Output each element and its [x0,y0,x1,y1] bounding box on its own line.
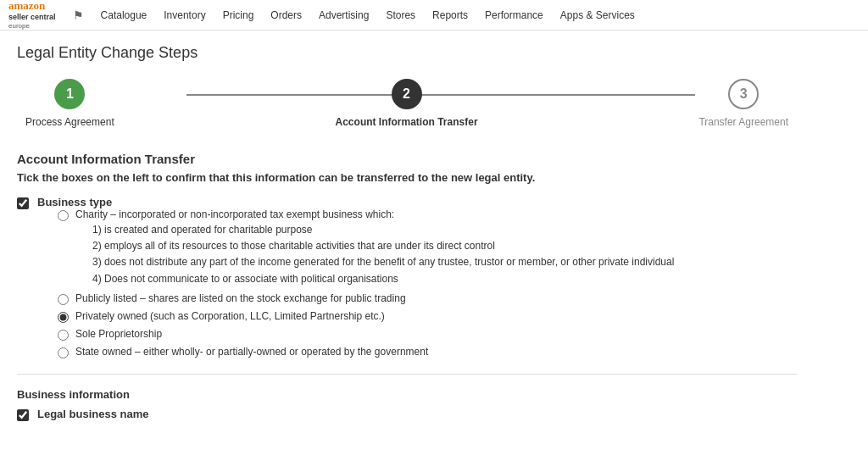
radio-group: Charity – incorporated or non-incorporat… [58,208,674,358]
step-3-label: Transfer Agreement [698,116,788,128]
section-instruction: Tick the boxes on the left to confirm th… [17,171,797,184]
business-type-checkbox[interactable] [17,197,29,209]
charity-sub-1: 1) is created and operated for charitabl… [92,222,674,238]
page-title: Legal Entity Change Steps [17,44,797,62]
flag-icon: ⚑ [73,8,84,22]
logo-seller-central: seller central [8,13,56,21]
step-1-label: Process Agreement [25,116,114,128]
radio-sole-proprietorship-input[interactable] [58,330,69,341]
radio-state-owned-input[interactable] [58,347,69,358]
nav-apps-services[interactable]: Apps & Services [552,0,643,31]
legal-business-name-checkbox[interactable] [17,409,29,421]
radio-state-owned: State owned – either wholly- or partiall… [58,346,674,358]
business-type-content: Business type Charity – incorporated or … [37,196,674,364]
business-type-label: Business type [37,196,674,208]
nav-catalogue[interactable]: Catalogue [92,0,156,31]
radio-privately-owned: Privately owned (such as Corporation, LL… [58,310,674,323]
business-type-row: Business type Charity – incorporated or … [17,196,797,364]
nav-inventory[interactable]: Inventory [155,0,214,31]
account-info-section: Account Information Transfer Tick the bo… [17,152,797,421]
charity-sub-4: 4) Does not communicate to or associate … [92,271,674,287]
legal-business-name-row: Legal business name [17,408,797,421]
legal-business-name-label: Legal business name [37,408,149,420]
main-nav: Catalogue Inventory Pricing Orders Adver… [92,0,643,31]
nav-performance[interactable]: Performance [476,0,552,31]
header: amazon seller central europe ⚑ Catalogue… [0,0,868,31]
section-title: Account Information Transfer [17,152,797,166]
radio-privately-owned-input[interactable] [58,312,69,323]
nav-advertising[interactable]: Advertising [310,0,377,31]
nav-orders[interactable]: Orders [262,0,310,31]
stepper-steps: 1 Process Agreement 2 Account Informatio… [17,79,797,128]
logo-amazon: amazon [8,0,56,13]
logo-europe: europe [8,22,56,30]
logo: amazon seller central europe [8,0,59,29]
business-info-title: Business information [17,388,797,401]
charity-sub-2: 2) employs all of its resources to those… [92,238,674,254]
step-1-circle: 1 [54,79,85,109]
page-content: Legal Entity Change Steps 1 Process Agre… [0,31,814,445]
stepper: 1 Process Agreement 2 Account Informatio… [17,79,797,128]
radio-sole-proprietorship: Sole Proprietorship [58,328,674,341]
step-2-circle: 2 [392,79,422,109]
step-1: 1 Process Agreement [25,79,114,128]
nav-pricing[interactable]: Pricing [214,0,263,31]
step-3-circle: 3 [728,79,759,109]
radio-charity-input[interactable] [58,210,69,221]
section-divider [17,374,797,375]
radio-publicly-listed-input[interactable] [58,294,69,305]
radio-charity-content: Charity – incorporated or non-incorporat… [75,208,674,287]
radio-publicly-listed: Publicly listed – shares are listed on t… [58,292,674,305]
step-2-label: Account Information Transfer [336,116,478,128]
nav-reports[interactable]: Reports [424,0,476,31]
charity-sub-3: 3) does not distribute any part of the i… [92,254,674,270]
charity-sublist: 1) is created and operated for charitabl… [92,222,674,287]
step-3: 3 Transfer Agreement [698,79,788,128]
nav-stores[interactable]: Stores [377,0,424,31]
step-2: 2 Account Information Transfer [336,79,478,128]
radio-charity: Charity – incorporated or non-incorporat… [58,208,674,287]
